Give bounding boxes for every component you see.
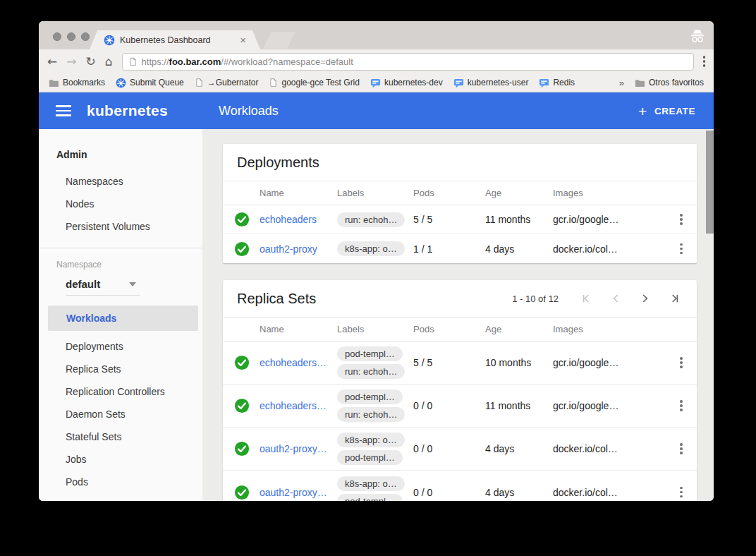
- row-menu-icon[interactable]: [680, 243, 683, 255]
- sidebar-item-nodes[interactable]: Nodes: [39, 193, 202, 215]
- resource-link[interactable]: echoheaders: [260, 214, 337, 225]
- sidebar-item-daemon-sets[interactable]: Daemon Sets: [39, 403, 202, 425]
- label-chip: k8s-app: o…: [337, 433, 405, 447]
- url-text: https://foo.bar.com/#/workload?namespace…: [142, 56, 353, 67]
- bookmark-folder-bookmarks[interactable]: Bookmarks: [49, 78, 105, 87]
- bookmark-label: kubernetes-user: [468, 78, 529, 87]
- browser-tab[interactable]: Kubernetes Dashboard ×: [90, 30, 260, 49]
- next-page-icon[interactable]: [639, 292, 652, 305]
- card-title: Deployments: [237, 155, 319, 171]
- bookmarks-overflow-icon[interactable]: »: [619, 78, 624, 88]
- window-minimize-button[interactable]: [67, 32, 75, 41]
- bookmark-label: →Gubernator: [207, 78, 259, 87]
- bookmark-folder-otros-favoritos[interactable]: Otros favoritos: [635, 78, 704, 87]
- status-ok-icon: [234, 241, 250, 257]
- sidebar-item-persistent-volumes[interactable]: Persistent Volumes: [39, 215, 202, 238]
- label-chip: k8s-app: o…: [337, 476, 405, 491]
- table-row: echoheaders… pod-templ… run: echoh… 5 / …: [223, 342, 697, 385]
- page-icon: [269, 78, 278, 87]
- home-icon[interactable]: ⌂: [105, 56, 113, 68]
- sidebar-item-admin[interactable]: Admin: [39, 145, 202, 164]
- bookmark-submit-queue[interactable]: Submit Queue: [116, 78, 184, 88]
- pods-cell: 5 / 5: [413, 357, 485, 368]
- pods-cell: 0 / 0: [413, 400, 485, 411]
- label-chip: pod-templ…: [337, 389, 403, 404]
- window-close-button[interactable]: [53, 32, 61, 41]
- pagination-label: 1 - 10 of 12: [512, 294, 559, 304]
- column-header-labels: Labels: [337, 188, 413, 198]
- row-menu-icon[interactable]: [680, 214, 683, 225]
- main-content: Deployments Name Labels Pods Age Images …: [202, 129, 714, 501]
- age-cell: 10 months: [485, 357, 553, 368]
- sidebar-item-deployments[interactable]: Deployments: [39, 335, 202, 358]
- create-button[interactable]: + CREATE: [638, 104, 695, 119]
- age-cell: 4 days: [485, 243, 553, 255]
- page-scrollbar-thumb[interactable]: [706, 131, 714, 234]
- incognito-icon: [688, 28, 707, 44]
- sidebar-item-namespaces[interactable]: Namespaces: [39, 170, 202, 193]
- hamburger-menu-icon[interactable]: [56, 105, 71, 116]
- back-icon[interactable]: ←: [47, 56, 57, 68]
- deployments-card: Deployments Name Labels Pods Age Images …: [223, 144, 697, 263]
- bookmark-kubernetes-user[interactable]: kubernetes-user: [453, 78, 529, 88]
- sidebar-item-pods[interactable]: Pods: [39, 471, 202, 493]
- forward-icon[interactable]: →: [66, 56, 76, 68]
- column-header-pods: Pods: [413, 324, 485, 334]
- plus-icon: +: [638, 104, 647, 119]
- label-chip: run: echoh…: [337, 407, 405, 422]
- table-row: echoheaders… pod-templ… run: echoh… 0 / …: [223, 385, 697, 428]
- pods-cell: 0 / 0: [413, 443, 485, 454]
- url-scheme: https://: [142, 56, 169, 67]
- bookmark-label: Otros favoritos: [649, 78, 704, 87]
- bookmark-redis[interactable]: Redis: [539, 78, 575, 88]
- resource-link[interactable]: echoheaders…: [260, 357, 337, 368]
- images-cell: gcr.io/google…: [553, 400, 666, 411]
- window-zoom-button[interactable]: [81, 32, 90, 41]
- sidebar-workload-list: Deployments Replica Sets Replication Con…: [39, 335, 202, 493]
- previous-page-icon[interactable]: [609, 292, 622, 305]
- tab-title: Kubernetes Dashboard: [120, 35, 235, 45]
- sidebar-item-jobs[interactable]: Jobs: [39, 448, 202, 471]
- row-menu-icon[interactable]: [680, 443, 683, 454]
- resource-link[interactable]: echoheaders…: [260, 400, 337, 411]
- resource-link[interactable]: oauth2-proxy…: [260, 487, 337, 498]
- status-ok-icon: [234, 212, 250, 227]
- app-body: Admin Namespaces Nodes Persistent Volume…: [39, 129, 714, 501]
- bookmark-label: Submit Queue: [130, 78, 184, 87]
- label-chip: run: echoh…: [337, 212, 405, 227]
- browser-menu-icon[interactable]: [703, 56, 706, 67]
- row-menu-icon[interactable]: [680, 400, 683, 411]
- page-icon: [195, 78, 204, 87]
- table-row: oauth2-proxy… k8s-app: o… pod-templ… 0 /…: [223, 471, 697, 501]
- chat-icon: [453, 78, 464, 88]
- bookmark-google-gce-test-grid[interactable]: google-gce Test Grid: [269, 78, 360, 87]
- bookmark-gubernator[interactable]: →Gubernator: [195, 78, 259, 87]
- new-tab-button[interactable]: [263, 32, 295, 49]
- reload-icon[interactable]: ↻: [86, 56, 96, 68]
- sidebar-item-replication-controllers[interactable]: Replication Controllers: [39, 380, 202, 403]
- label-chip: pod-templ…: [337, 450, 403, 465]
- table-header-row: Name Labels Pods Age Images: [223, 181, 697, 205]
- status-ok-icon: [234, 485, 250, 500]
- sidebar-item-stateful-sets[interactable]: Stateful Sets: [39, 425, 202, 448]
- row-menu-icon[interactable]: [680, 357, 683, 368]
- bookmark-kubernetes-dev[interactable]: kubernetes-dev: [370, 78, 443, 88]
- last-page-icon[interactable]: [669, 292, 681, 305]
- tab-close-icon[interactable]: ×: [240, 35, 246, 45]
- images-cell: docker.io/col…: [553, 443, 666, 454]
- column-header-labels: Labels: [337, 324, 413, 334]
- first-page-icon[interactable]: [580, 292, 592, 305]
- address-bar[interactable]: https://foo.bar.com/#/workload?namespace…: [122, 53, 694, 71]
- column-header-name: Name: [260, 188, 337, 198]
- screen-background: Kubernetes Dashboard × ← → ↻ ⌂ https://f…: [0, 0, 756, 556]
- sidebar-item-workloads[interactable]: Workloads: [48, 306, 198, 331]
- bookmarks-bar: Bookmarks Submit Queue →Gubernator googl…: [39, 73, 714, 92]
- namespace-select[interactable]: default: [66, 278, 140, 296]
- row-menu-icon[interactable]: [680, 487, 683, 498]
- label-chip: run: echoh…: [337, 364, 405, 379]
- card-title: Replica Sets: [237, 291, 316, 307]
- sidebar-item-replica-sets[interactable]: Replica Sets: [39, 358, 202, 380]
- resource-link[interactable]: oauth2-proxy: [260, 243, 337, 255]
- resource-link[interactable]: oauth2-proxy…: [260, 443, 337, 454]
- replica-sets-card-header: Replica Sets 1 - 10 of 12: [223, 280, 697, 318]
